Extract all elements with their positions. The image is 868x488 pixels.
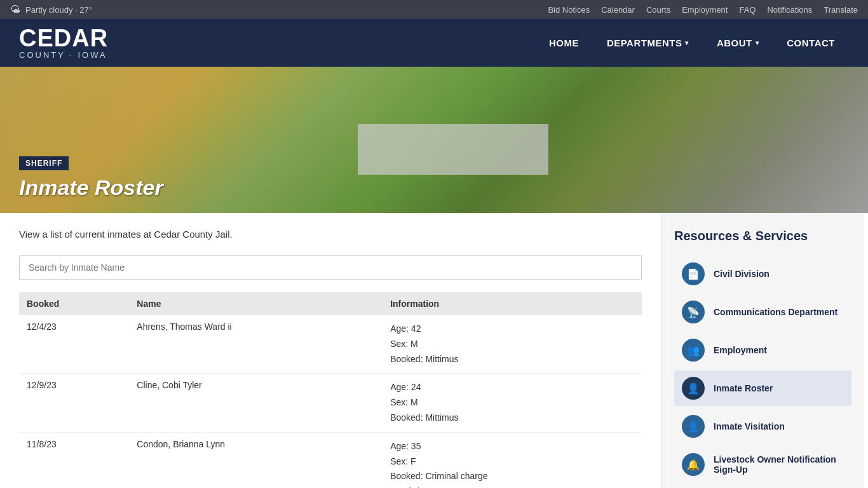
sidebar-item-label: Inmate Roster (714, 383, 773, 393)
content-area: View a list of current inmates at Cedar … (0, 213, 868, 488)
table-header-row: Booked Name Information (19, 292, 642, 315)
cell-name: Condon, Brianna Lynn (129, 432, 383, 488)
sidebar-item-records[interactable]: 📁 Records (674, 485, 851, 488)
sidebar-item-civil-division[interactable]: 📄 Civil Division (674, 256, 851, 292)
col-information: Information (383, 292, 642, 315)
cell-name: Cline, Cobi Tyler (129, 374, 383, 432)
employment-link[interactable]: Employment (682, 5, 728, 15)
sidebar-item-label: Civil Division (714, 269, 770, 279)
courts-link[interactable]: Courts (646, 5, 670, 15)
nav-departments[interactable]: DEPARTMENTS ▾ (593, 19, 703, 67)
col-booked: Booked (19, 292, 129, 315)
cell-info: Age: 42Sex: MBooked: Mittimus (383, 315, 642, 374)
sidebar-icon: 📡 (682, 301, 705, 323)
sidebar-title: Resources & Services (674, 229, 851, 243)
sidebar: Resources & Services 📄 Civil Division 📡 … (661, 213, 864, 488)
inmate-table: Booked Name Information 12/4/23 Ahrens, … (19, 292, 642, 488)
nav-about-label: ABOUT (717, 37, 752, 48)
sidebar-icon: 📄 (682, 262, 705, 285)
sidebar-icon: 👤 (682, 377, 705, 400)
nav-home[interactable]: HOME (535, 19, 593, 67)
faq-link[interactable]: FAQ (739, 5, 756, 15)
chevron-down-icon: ▾ (756, 39, 759, 46)
cell-booked: 11/8/23 (19, 432, 129, 488)
sidebar-item-label: Employment (714, 345, 767, 355)
table-row: 11/8/23 Condon, Brianna Lynn Age: 35Sex:… (19, 432, 642, 488)
cell-name: Ahrens, Thomas Ward ii (129, 315, 383, 374)
cell-info: Age: 24Sex: MBooked: Mittimus (383, 374, 642, 432)
nav-contact-label: CONTACT (787, 37, 835, 48)
logo[interactable]: CEDAR COUNTY · IOWA (19, 26, 108, 60)
hero-banner: SHERIFF Inmate Roster (0, 67, 868, 213)
notifications-link[interactable]: Notifications (767, 5, 812, 15)
table-row: 12/9/23 Cline, Cobi Tyler Age: 24Sex: MB… (19, 374, 642, 432)
main-content: View a list of current inmates at Cedar … (0, 213, 661, 488)
cell-booked: 12/9/23 (19, 374, 129, 432)
utility-bar: 🌤 Partly cloudy · 27° Bid Notices Calend… (0, 0, 868, 19)
sidebar-item-label: Inmate Visitation (714, 421, 785, 431)
main-nav: HOME DEPARTMENTS ▾ ABOUT ▾ CONTACT (535, 19, 849, 67)
search-input[interactable] (19, 255, 642, 280)
sidebar-item-employment[interactable]: 👥 Employment (674, 332, 851, 368)
cell-booked: 12/4/23 (19, 315, 129, 374)
main-header: CEDAR COUNTY · IOWA HOME DEPARTMENTS ▾ A… (0, 19, 868, 67)
page-title: Inmate Roster (19, 175, 849, 200)
sidebar-icon: 👥 (682, 339, 705, 362)
nav-home-label: HOME (549, 37, 579, 48)
sidebar-icon: 🔔 (682, 453, 705, 476)
page-description: View a list of current inmates at Cedar … (19, 229, 642, 240)
weather-icon: 🌤 (10, 4, 20, 15)
cell-info: Age: 35Sex: FBooked: Criminal chargeBond… (383, 432, 642, 488)
nav-contact[interactable]: CONTACT (773, 19, 849, 67)
translate-link[interactable]: Translate (824, 5, 858, 15)
logo-sub: COUNTY · IOWA (19, 50, 108, 60)
bid-notices-link[interactable]: Bid Notices (548, 5, 590, 15)
sidebar-item-livestock-owner-notification-sign-up[interactable]: 🔔 Livestock Owner Notification Sign-Up (674, 447, 851, 482)
weather-section: 🌤 Partly cloudy · 27° (10, 4, 92, 15)
calendar-link[interactable]: Calendar (601, 5, 635, 15)
nav-departments-label: DEPARTMENTS (607, 37, 682, 48)
sidebar-item-communications-department[interactable]: 📡 Communications Department (674, 294, 851, 330)
breadcrumb: SHERIFF (19, 156, 69, 170)
sidebar-item-label: Communications Department (714, 307, 837, 317)
utility-links: Bid Notices Calendar Courts Employment F… (548, 5, 858, 15)
sidebar-items: 📄 Civil Division 📡 Communications Depart… (674, 256, 851, 488)
sidebar-item-label: Livestock Owner Notification Sign-Up (714, 454, 844, 475)
col-name: Name (129, 292, 383, 315)
chevron-down-icon: ▾ (685, 39, 689, 46)
sidebar-item-inmate-roster[interactable]: 👤 Inmate Roster (674, 370, 851, 406)
weather-text: Partly cloudy · 27° (25, 5, 92, 15)
sidebar-icon: 👤 (682, 415, 705, 438)
nav-about[interactable]: ABOUT ▾ (703, 19, 773, 67)
table-row: 12/4/23 Ahrens, Thomas Ward ii Age: 42Se… (19, 315, 642, 374)
sidebar-item-inmate-visitation[interactable]: 👤 Inmate Visitation (674, 409, 851, 444)
logo-cedar: CEDAR (19, 26, 108, 50)
